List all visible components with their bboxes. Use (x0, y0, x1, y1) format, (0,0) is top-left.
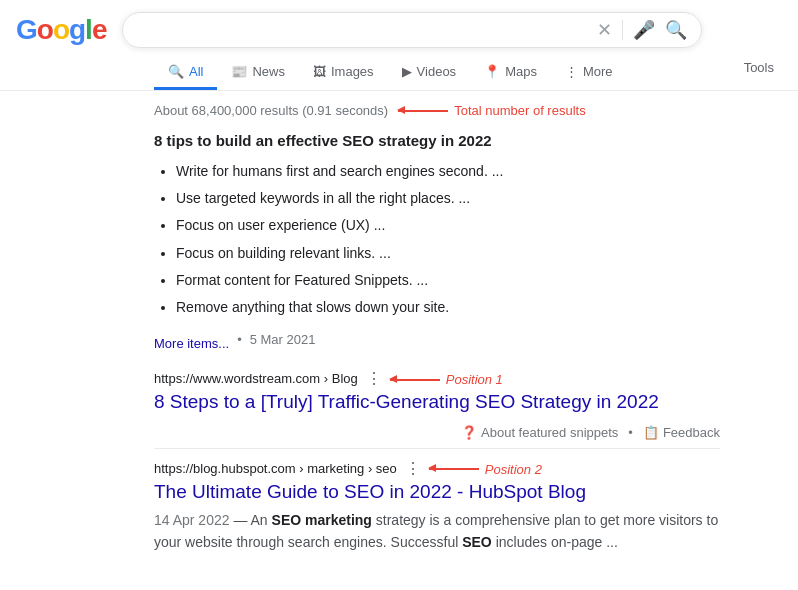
list-item: Focus on building relevant links. ... (176, 241, 720, 266)
clear-icon[interactable]: ✕ (597, 19, 612, 41)
nav-images[interactable]: 🖼 Images (299, 56, 388, 90)
nav-maps[interactable]: 📍 Maps (470, 56, 551, 90)
feedback-icon: 📋 (643, 425, 659, 440)
result1-url: https://www.wordstream.com › Blog (154, 371, 358, 386)
total-annotation: Total number of results (398, 103, 586, 118)
feedback-button[interactable]: 📋 Feedback (643, 425, 720, 440)
nav-videos[interactable]: ▶ Videos (388, 56, 471, 90)
more-icon: ⋮ (565, 64, 578, 79)
images-icon: 🖼 (313, 64, 326, 79)
nav-bar: 🔍 All 📰 News 🖼 Images ▶ Videos 📍 Maps ⋮ … (0, 48, 798, 91)
snippet-date-value: 5 Mar 2021 (250, 332, 316, 347)
list-item: Remove anything that slows down your sit… (176, 295, 720, 320)
result2-url: https://blog.hubspot.com › marketing › s… (154, 461, 397, 476)
snippet-title: 8 tips to build an effective SEO strateg… (154, 132, 720, 149)
nav-maps-label: Maps (505, 64, 537, 79)
question-icon: ❓ (461, 425, 477, 440)
google-logo: Google (16, 14, 106, 46)
nav-news[interactable]: 📰 News (217, 56, 299, 90)
position1-annotation: Position 1 (390, 372, 503, 387)
list-item: Use targeted keywords in all the right p… (176, 186, 720, 211)
list-item: Write for humans first and search engine… (176, 159, 720, 184)
list-item: Format content for Featured Snippets. ..… (176, 268, 720, 293)
videos-icon: ▶ (402, 64, 412, 79)
result2-title[interactable]: The Ultimate Guide to SEO in 2022 - HubS… (154, 480, 720, 505)
result2-menu-icon[interactable]: ⋮ (405, 459, 421, 478)
snippet-date: • (237, 332, 242, 347)
header: Google seo guide for marketers ✕ 🎤 🔍 (0, 0, 798, 48)
result2-url-row: https://blog.hubspot.com › marketing › s… (154, 459, 421, 478)
maps-icon: 📍 (484, 64, 500, 79)
results-area: About 68,400,000 results (0.91 seconds) … (0, 91, 720, 553)
search-bar[interactable]: seo guide for marketers ✕ 🎤 🔍 (122, 12, 702, 48)
nav-all-label: All (189, 64, 203, 79)
news-icon: 📰 (231, 64, 247, 79)
all-icon: 🔍 (168, 64, 184, 79)
tools-button[interactable]: Tools (744, 60, 798, 86)
result1-title[interactable]: 8 Steps to a [Truly] Traffic-Generating … (154, 390, 720, 415)
search-input[interactable]: seo guide for marketers (137, 21, 597, 39)
result1-url-row: https://www.wordstream.com › Blog ⋮ (154, 369, 382, 388)
list-item: Focus on user experience (UX) ... (176, 213, 720, 238)
nav-all[interactable]: 🔍 All (154, 56, 217, 90)
featured-snippet: 8 tips to build an effective SEO strateg… (154, 124, 720, 363)
result2-snippet: 14 Apr 2022 — An SEO marketing strategy … (154, 509, 720, 553)
nav-more-label: More (583, 64, 613, 79)
nav-images-label: Images (331, 64, 374, 79)
results-count: About 68,400,000 results (0.91 seconds) (154, 103, 388, 118)
divider (622, 20, 623, 40)
result1-menu-icon[interactable]: ⋮ (366, 369, 382, 388)
nav-news-label: News (252, 64, 285, 79)
snippet-list: Write for humans first and search engine… (154, 159, 720, 320)
voice-icon[interactable]: 🎤 (633, 19, 655, 41)
nav-videos-label: Videos (417, 64, 457, 79)
position2-annotation: Position 2 (429, 462, 542, 477)
featured-footer: ❓ About featured snippets • 📋 Feedback (154, 419, 720, 449)
search-icon[interactable]: 🔍 (665, 19, 687, 41)
more-items-link[interactable]: More items... (154, 336, 229, 351)
about-snippets[interactable]: ❓ About featured snippets (461, 425, 618, 440)
nav-more[interactable]: ⋮ More (551, 56, 627, 90)
